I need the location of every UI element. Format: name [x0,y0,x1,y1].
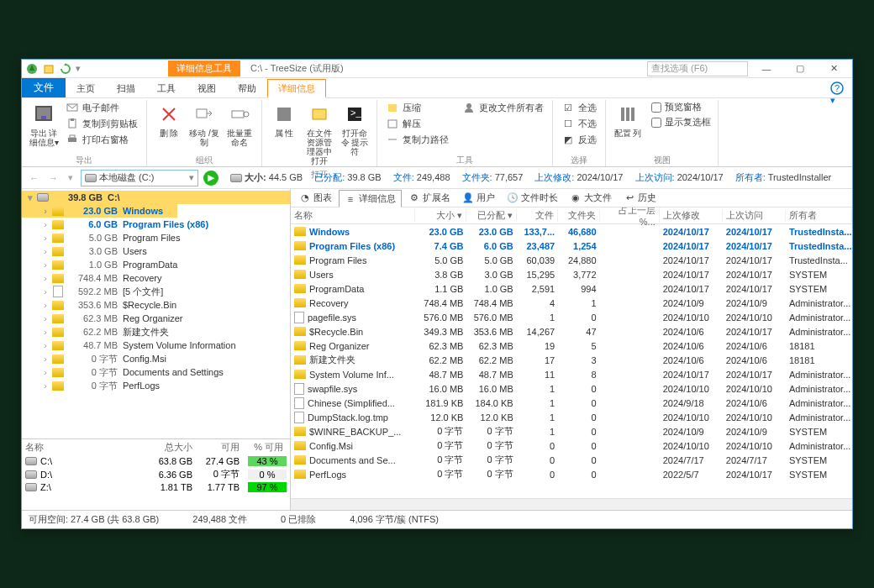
svg-point-21 [466,103,471,108]
select-invert-button[interactable]: ◩反选 [558,132,600,147]
age-icon: 🕓 [507,192,519,204]
user-icon: 👤 [462,192,474,204]
svg-rect-24 [631,108,634,121]
tree-item[interactable]: ›748.4 MBRecovery [22,271,290,285]
clipboard-button[interactable]: 复制到剪贴板 [62,116,141,131]
view-tab-文件时长[interactable]: 🕓文件时长 [502,190,563,206]
maximize-button[interactable]: ▢ [785,60,815,78]
tree-item[interactable]: ›0 字节Config.Msi [22,352,290,365]
tree[interactable]: ▾ 39.8 GB C:\ ›23.0 GBWindows›6.0 GBProg… [22,189,290,438]
svg-rect-22 [621,108,624,121]
help-icon[interactable]: ?▾ [822,78,852,97]
status-free: 可用空间: 27.4 GB (共 63.8 GB) [29,513,159,526]
tree-item[interactable]: ›592.2 MB[5 个文件] [22,285,290,298]
view-tab-扩展名[interactable]: ⚙扩展名 [403,190,455,206]
grid-row[interactable]: Program Files (x86)7.4 GB6.0 GB23,4871,2… [291,239,852,253]
forward-button[interactable]: → [46,173,61,183]
view-tab-详细信息[interactable]: ≡详细信息 [339,190,402,207]
svg-rect-23 [626,108,629,121]
back-button[interactable]: ← [27,173,41,183]
view-tab-用户[interactable]: 👤用户 [457,190,500,206]
qat-refresh-icon[interactable] [59,62,72,76]
ribbon-tab-视图[interactable]: 视图 [187,78,227,97]
grid-row[interactable]: Chinese (Simplified...181.9 KB184.0 KB10… [291,396,852,410]
ribbon-tab-扫描[interactable]: 扫描 [106,78,146,97]
grid-header[interactable]: 名称 大小 ▾ 已分配 ▾ 文件 文件夹 占上一层 %... 上次修改 上次访问… [291,207,852,224]
view-tab-大文件[interactable]: ◉大文件 [565,190,617,206]
grid-row[interactable]: System Volume Inf...48.7 MB48.7 MB1180.1… [291,367,852,381]
delete-button[interactable]: 删 除 [152,100,186,139]
cmd-button[interactable]: >_打开命令 提示符 [338,100,371,158]
drive-row[interactable]: Z:\1.81 TB1.77 TB97 % [22,481,290,493]
view-tab-图表[interactable]: ◔图表 [294,190,337,206]
tree-item[interactable]: ›5.0 GBProgram Files [22,231,290,244]
path-input[interactable]: 本地磁盘 (C:)▾ [81,170,198,186]
email-button[interactable]: 电子邮件 [62,100,141,115]
file-tab[interactable]: 文件 [22,78,66,97]
qat-new-icon[interactable] [42,62,55,76]
qat-dropdown-icon[interactable]: ▾ [76,63,81,74]
unzip-button[interactable]: 解压 [382,116,452,131]
grid-row[interactable]: Program Files5.0 GB5.0 GB60,03924,88012.… [291,253,852,267]
grid-row[interactable]: ProgramData1.1 GB1.0 GB2,5919942.5 %2024… [291,281,852,296]
tree-item[interactable]: ›353.6 MB$Recycle.Bin [22,298,290,312]
tree-item[interactable]: ›0 字节Documents and Settings [22,365,290,379]
export-button[interactable]: 导出 详 细信息▾ [27,100,61,149]
properties-button[interactable]: 属 性 [267,100,301,139]
grid-row[interactable]: pagefile.sys576.0 MB576.0 MB101.4 %2024/… [291,310,852,324]
grid-row[interactable]: Recovery748.4 MB748.4 MB411.8 %2024/10/9… [291,296,852,310]
tree-item[interactable]: ›48.7 MBSystem Volume Information [22,339,290,352]
ribbon-tab-主页[interactable]: 主页 [66,78,106,97]
svg-point-14 [244,112,249,117]
tree-item[interactable]: ›62.3 MBReg Organizer [22,312,290,325]
grid-row[interactable]: 新建文件夹62.2 MB62.2 MB1730.2 %2024/10/62024… [291,353,852,367]
preview-pane-check[interactable]: 预览窗格 [650,100,713,114]
config-columns-button[interactable]: 配置 列 [611,100,645,139]
drives-header: 名称总大小可用% 可用 [22,439,290,455]
grid-row[interactable]: $Recycle.Bin349.3 MB353.6 MB14,267470.9 … [291,324,852,339]
rename-button[interactable]: 批量重 命名 [223,100,256,149]
grid-row[interactable]: Documents and Se...0 字节0 字节000.0 %2024/7… [291,453,852,467]
ribbon-tab-工具[interactable]: 工具 [146,78,187,97]
grid-row[interactable]: Reg Organizer62.3 MB62.3 MB1950.2 %2024/… [291,339,852,353]
ribbon-tab-帮助[interactable]: 帮助 [227,78,267,97]
show-checkboxes-check[interactable]: 显示复选框 [650,115,713,129]
grid-row[interactable]: Windows23.0 GB23.0 GB133,7...46,68057.7 … [291,224,852,239]
tree-item[interactable]: ›3.0 GBUsers [22,244,290,258]
tree-item[interactable]: ›6.0 GBProgram Files (x86) [22,218,290,231]
ribbon-tab-详细信息[interactable]: 详细信息 [267,79,326,98]
minimize-button[interactable]: — [751,60,782,78]
move-button[interactable]: 移动 /复制 [187,100,221,149]
grid-row[interactable]: swapfile.sys16.0 MB16.0 MB100.0 %2024/10… [291,381,852,396]
grid-row[interactable]: $WINRE_BACKUP_...0 字节0 字节100.0 %2024/10/… [291,424,852,438]
change-owner-button[interactable]: 更改文件所有者 [459,100,547,115]
tree-item[interactable]: ›23.0 GBWindows [22,204,290,218]
up-button[interactable]: ▾ [66,172,76,183]
copypath-button[interactable]: 复制力路径 [382,132,452,147]
go-button[interactable]: ▶ [203,171,218,186]
view-tab-历史[interactable]: ↩历史 [619,190,661,206]
grid-row[interactable]: DumpStack.log.tmp12.0 KB12.0 KB100.0 %20… [291,410,852,424]
grid-row[interactable]: Users3.8 GB3.0 GB15,2953,7727.7 %2024/10… [291,267,852,281]
tree-item[interactable]: ›1.0 GBProgramData [22,258,290,271]
drive-row[interactable]: C:\63.8 GB27.4 GB43 % [22,455,290,467]
print-button[interactable]: 打印右窗格 [62,132,141,147]
horizontal-scrollbar[interactable] [291,498,852,510]
tree-item[interactable]: ›62.2 MB新建文件夹 [22,325,290,339]
grid-row[interactable]: PerfLogs0 字节0 字节000.0 %2022/5/72024/10/1… [291,467,852,481]
svg-rect-1 [45,66,53,73]
select-all-button[interactable]: ☑全选 [558,100,600,115]
zip-button[interactable]: 压缩 [382,100,452,115]
close-button[interactable]: ✕ [819,60,849,78]
tree-item[interactable]: ›0 字节PerfLogs [22,379,290,392]
select-none-button[interactable]: ☐不选 [558,116,600,131]
status-bar: 可用空间: 27.4 GB (共 63.8 GB) 249,488 文件 0 已… [22,510,852,528]
explorer-button[interactable]: 在文件资源管 理器中打开 [303,100,336,167]
ribbon: 导出 详 细信息▾ 电子邮件 复制到剪贴板 打印右窗格 导出 删 除 移动 /复… [22,98,852,167]
search-input[interactable]: 查找选项 (F6) [647,61,748,76]
tree-root[interactable]: ▾ 39.8 GB C:\ [22,191,290,204]
grid-row[interactable]: Config.Msi0 字节0 字节000.0 %2024/10/102024/… [291,438,852,453]
details-grid[interactable]: 名称 大小 ▾ 已分配 ▾ 文件 文件夹 占上一层 %... 上次修改 上次访问… [291,207,852,498]
drive-row[interactable]: D:\6.36 GB0 字节0 % [22,467,290,481]
titlebar: ▾ 详细信息工具 C:\ - TreeSize (试用版) 查找选项 (F6) … [22,60,852,78]
